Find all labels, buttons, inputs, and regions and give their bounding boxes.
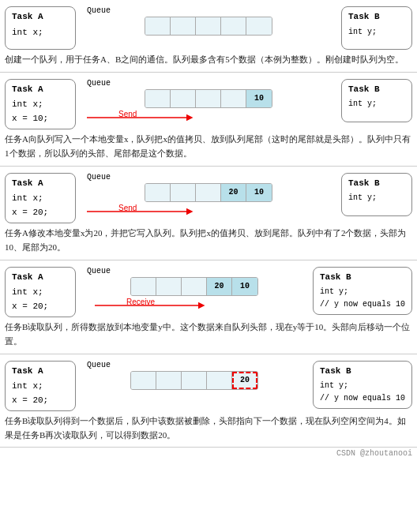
task-b-title: Task B (348, 10, 405, 24)
queue-cell (221, 17, 246, 35)
watermark: CSDN @zhoutanooi (0, 448, 417, 459)
receive-arrow-svg: Receive (79, 298, 310, 313)
section-4: Task Aint x;x = 20;Queue2010 Receive Tas… (0, 260, 417, 354)
queue-cells: 2010 (145, 183, 272, 202)
task-b-title: Task B (320, 271, 405, 285)
queue-area: Queue20 (79, 361, 310, 390)
task-b-box: Task Bint y;// y now equals 10 (313, 267, 412, 316)
queue-cell: 20 (221, 184, 246, 201)
queue-cells (145, 17, 272, 36)
section-2: Task Aint x;x = 10;Queue10 Send Task Bin… (0, 73, 417, 167)
task-a-line: int x; (12, 98, 69, 112)
queue-cell: 20 (207, 278, 232, 295)
task-b-line: // y now equals 10 (320, 392, 405, 405)
section-3: Task Aint x;x = 20;Queue2010 Send Task B… (0, 167, 417, 260)
queue-cell (207, 372, 232, 389)
section-description: 任务A修改本地变量x为20，并把它写入队列。队列把x的值拷贝、放到尾部。队列中有… (5, 227, 412, 254)
queue-label: Queue (87, 6, 111, 15)
queue-label: Queue (87, 79, 111, 88)
queue-cell: 10 (232, 278, 257, 295)
task-a-box: Task Aint x;x = 20; (5, 361, 76, 412)
task-a-box: Task Aint x;x = 20; (5, 267, 76, 318)
send-arrow-svg: Send (79, 204, 338, 219)
queue-cell (221, 90, 246, 107)
queue-cell (171, 184, 196, 201)
diagram-row: Task Aint x;x = 20;Queue2010 Send Task B… (5, 173, 412, 224)
queue-cell (196, 184, 221, 201)
task-b-title: Task B (320, 365, 405, 379)
task-b-box: Task Bint y; (341, 173, 412, 216)
task-b-box: Task Bint y;// y now equals 10 (313, 361, 412, 410)
svg-text:Send: Send (118, 110, 137, 118)
task-b-box: Task Bint y; (341, 6, 412, 50)
queue-area: Queue10 Send (79, 79, 338, 125)
svg-text:Receive: Receive (126, 298, 156, 306)
task-a-box: Task Aint x; (5, 6, 76, 50)
task-b-title: Task B (348, 177, 405, 191)
arrow-container: Send (79, 204, 338, 219)
queue-cell (145, 17, 171, 35)
queue-cell (196, 17, 221, 35)
queue-cell: 10 (246, 184, 272, 201)
task-a-title: Task A (12, 365, 69, 379)
queue-cell (196, 90, 221, 107)
task-a-title: Task A (12, 10, 69, 24)
queue-cell (145, 90, 171, 107)
queue-label: Queue (87, 267, 111, 275)
task-b-title: Task B (348, 83, 405, 97)
task-a-title: Task A (12, 177, 69, 191)
queue-cell (131, 278, 156, 295)
queue-cell (156, 372, 182, 389)
diagram-row: Task Aint x;x = 10;Queue10 Send Task Bin… (5, 79, 412, 130)
arrow-container: Send (79, 111, 338, 125)
queue-cell (182, 372, 207, 389)
task-a-line: int x; (12, 286, 69, 300)
queue-cell (156, 278, 182, 295)
send-arrow-svg: Send (79, 111, 338, 125)
queue-cell (246, 17, 272, 35)
queue-cells: 2010 (130, 277, 258, 296)
task-a-line: int x; (12, 192, 69, 206)
task-a-line: int x; (12, 26, 69, 40)
queue-label: Queue (87, 361, 111, 369)
task-a-title: Task A (12, 271, 69, 285)
task-b-line: int y; (348, 192, 405, 204)
queue-cell: 10 (246, 90, 272, 107)
arrow-container: Receive (79, 298, 310, 313)
task-a-line: x = 20; (12, 300, 69, 314)
queue-cells: 10 (145, 89, 272, 108)
task-b-line: int y; (348, 26, 405, 39)
section-description: 任务B读取队列，所得数据放到本地变量y中。这个数据来自队列头部，现在y等于10。… (5, 320, 412, 348)
queue-cells: 20 (130, 371, 258, 390)
task-a-box: Task Aint x;x = 10; (5, 79, 76, 130)
task-a-title: Task A (12, 83, 69, 97)
queue-cell: 20 (232, 372, 257, 389)
diagram-row: Task Aint x;QueueTask Bint y; (5, 6, 412, 50)
queue-cell (131, 372, 156, 389)
task-a-line: x = 10; (12, 112, 69, 126)
section-description: 任务B读取队列得到一个数据后，队列中该数据被删除，头部指向下一个数据，现在队列空… (5, 414, 412, 442)
svg-text:Send: Send (118, 204, 137, 212)
task-a-line: int x; (12, 380, 69, 394)
queue-area: Queue (79, 6, 338, 36)
task-b-line: int y; (320, 380, 405, 392)
section-5: Task Aint x;x = 20;Queue20Task Bint y;//… (0, 354, 417, 448)
queue-area: Queue2010 Send (79, 173, 338, 219)
task-a-box: Task Aint x;x = 20; (5, 173, 76, 224)
task-a-line: x = 20; (12, 394, 69, 408)
task-b-line: int y; (348, 98, 405, 111)
queue-label: Queue (87, 173, 111, 182)
queue-cell (145, 184, 171, 201)
section-description: 任务A向队列写入一个本地变量x，队列把x的值拷贝、放到队列尾部（这时的尾部就是头… (5, 133, 412, 160)
queue-area: Queue2010 Receive (79, 267, 310, 313)
queue-cell (171, 90, 196, 107)
task-a-line: x = 20; (12, 206, 69, 220)
section-description: 创建一个队列，用于任务A、B之间的通信。队列最多含有5个数据（本例为整数）。刚创… (5, 53, 412, 67)
queue-cell (182, 278, 207, 295)
diagram-row: Task Aint x;x = 20;Queue20Task Bint y;//… (5, 361, 412, 412)
task-b-line: // y now equals 10 (320, 298, 405, 311)
section-1: Task Aint x;QueueTask Bint y;创建一个队列，用于任务… (0, 0, 417, 73)
task-b-line: int y; (320, 286, 405, 298)
queue-cell (171, 17, 196, 35)
task-b-box: Task Bint y; (341, 79, 412, 122)
